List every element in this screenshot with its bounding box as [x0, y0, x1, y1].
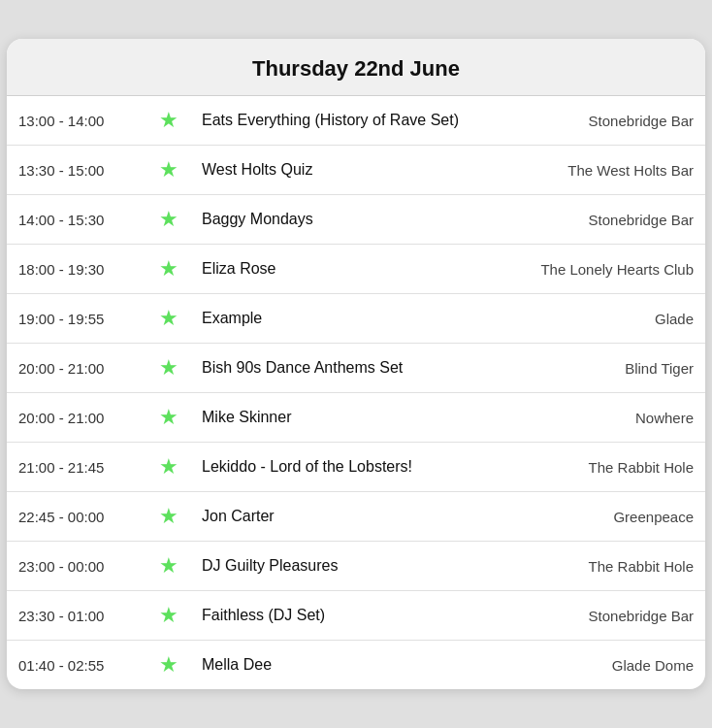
time-cell: 23:30 - 01:00 [7, 591, 147, 641]
table-row: 23:30 - 01:00★Faithless (DJ Set)Stonebri… [7, 591, 705, 641]
event-name: Lekiddo - Lord of the Lobsters! [190, 443, 506, 492]
star-cell[interactable]: ★ [147, 641, 190, 690]
table-row: 19:00 - 19:55★ExampleGlade [7, 294, 705, 344]
venue-name: Greenpeace [506, 492, 705, 542]
table-row: 20:00 - 21:00★Bish 90s Dance Anthems Set… [7, 344, 705, 393]
table-row: 21:00 - 21:45★Lekiddo - Lord of the Lobs… [7, 443, 705, 492]
table-row: 14:00 - 15:30★Baggy MondaysStonebridge B… [7, 195, 705, 245]
event-name: Bish 90s Dance Anthems Set [190, 344, 506, 393]
time-cell: 21:00 - 21:45 [7, 443, 147, 492]
time-cell: 23:00 - 00:00 [7, 542, 147, 591]
star-cell[interactable]: ★ [147, 195, 190, 245]
star-cell[interactable]: ★ [147, 591, 190, 641]
time-cell: 20:00 - 21:00 [7, 344, 147, 393]
star-icon[interactable]: ★ [159, 605, 178, 626]
event-name: Faithless (DJ Set) [190, 591, 506, 641]
venue-name: Glade [506, 294, 705, 344]
star-cell[interactable]: ★ [147, 96, 190, 146]
venue-name: The Lonely Hearts Club [506, 245, 705, 294]
venue-name: Nowhere [506, 393, 705, 443]
star-cell[interactable]: ★ [147, 294, 190, 344]
table-row: 18:00 - 19:30★Eliza RoseThe Lonely Heart… [7, 245, 705, 294]
time-cell: 13:30 - 15:00 [7, 146, 147, 195]
star-icon[interactable]: ★ [159, 258, 178, 280]
event-name: Eliza Rose [190, 245, 506, 294]
venue-name: Blind Tiger [506, 344, 705, 393]
venue-name: The Rabbit Hole [506, 443, 705, 492]
star-cell[interactable]: ★ [147, 492, 190, 542]
time-cell: 20:00 - 21:00 [7, 393, 147, 443]
card-header: Thursday 22nd June [7, 39, 705, 96]
event-name: Example [190, 294, 506, 344]
time-cell: 13:00 - 14:00 [7, 96, 147, 146]
schedule-table: 13:00 - 14:00★Eats Everything (History o… [7, 96, 705, 689]
time-cell: 19:00 - 19:55 [7, 294, 147, 344]
venue-name: Stonebridge Bar [506, 96, 705, 146]
table-row: 13:30 - 15:00★West Holts QuizThe West Ho… [7, 146, 705, 195]
event-name: Jon Carter [190, 492, 506, 542]
star-icon[interactable]: ★ [159, 308, 178, 329]
star-cell[interactable]: ★ [147, 393, 190, 443]
event-name: Eats Everything (History of Rave Set) [190, 96, 506, 146]
table-row: 01:40 - 02:55★Mella DeeGlade Dome [7, 641, 705, 690]
event-name: DJ Guilty Pleasures [190, 542, 506, 591]
star-icon[interactable]: ★ [159, 357, 178, 379]
time-cell: 18:00 - 19:30 [7, 245, 147, 294]
event-name: West Holts Quiz [190, 146, 506, 195]
star-cell[interactable]: ★ [147, 146, 190, 195]
time-cell: 14:00 - 15:30 [7, 195, 147, 245]
star-cell[interactable]: ★ [147, 245, 190, 294]
star-icon[interactable]: ★ [159, 110, 178, 131]
star-icon[interactable]: ★ [159, 506, 178, 527]
table-row: 23:00 - 00:00★DJ Guilty PleasuresThe Rab… [7, 542, 705, 591]
venue-name: The Rabbit Hole [506, 542, 705, 591]
event-name: Mike Skinner [190, 393, 506, 443]
venue-name: The West Holts Bar [506, 146, 705, 195]
star-cell[interactable]: ★ [147, 344, 190, 393]
star-icon[interactable]: ★ [159, 555, 178, 577]
star-icon[interactable]: ★ [159, 654, 178, 676]
time-cell: 22:45 - 00:00 [7, 492, 147, 542]
table-row: 20:00 - 21:00★Mike SkinnerNowhere [7, 393, 705, 443]
page-title: Thursday 22nd June [22, 56, 690, 82]
venue-name: Stonebridge Bar [506, 591, 705, 641]
star-icon[interactable]: ★ [159, 456, 178, 478]
star-cell[interactable]: ★ [147, 542, 190, 591]
star-cell[interactable]: ★ [147, 443, 190, 492]
star-icon[interactable]: ★ [159, 209, 178, 230]
table-row: 22:45 - 00:00★Jon CarterGreenpeace [7, 492, 705, 542]
event-name: Baggy Mondays [190, 195, 506, 245]
star-icon[interactable]: ★ [159, 159, 178, 181]
star-icon[interactable]: ★ [159, 407, 178, 428]
time-cell: 01:40 - 02:55 [7, 641, 147, 690]
venue-name: Stonebridge Bar [506, 195, 705, 245]
schedule-card: Thursday 22nd June 13:00 - 14:00★Eats Ev… [7, 39, 705, 689]
table-row: 13:00 - 14:00★Eats Everything (History o… [7, 96, 705, 146]
event-name: Mella Dee [190, 641, 506, 690]
venue-name: Glade Dome [506, 641, 705, 690]
